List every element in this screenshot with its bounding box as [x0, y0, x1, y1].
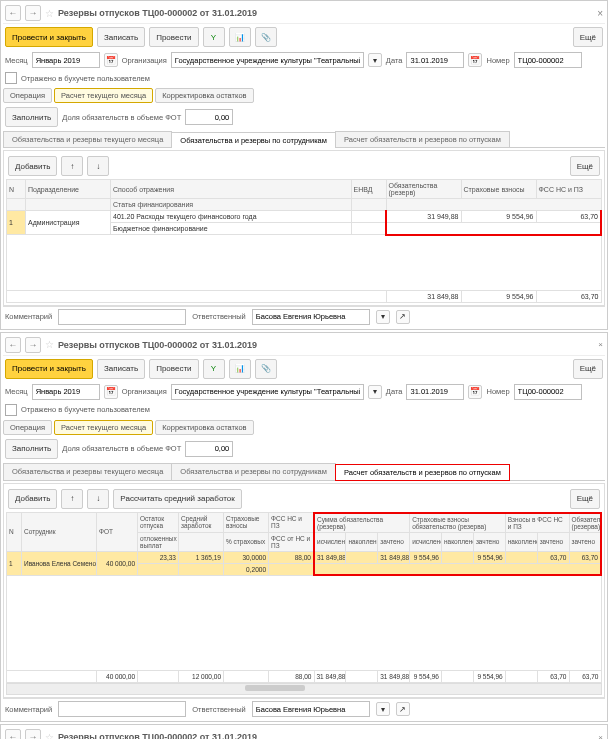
month-label: Месяц [5, 56, 28, 65]
corr-tab[interactable]: Корректировка остатков [155, 88, 253, 103]
tab2-month[interactable]: Обязательства и резервы текущего месяца [3, 463, 172, 480]
corr2-tab[interactable]: Корректировка остатков [155, 420, 253, 435]
org-label: Организация [122, 56, 167, 65]
date-field[interactable] [406, 52, 464, 68]
num-label: Номер [486, 56, 509, 65]
tab2-calc[interactable]: Расчет обязательств и резервов по отпуск… [335, 464, 510, 481]
fill-button[interactable]: Заполнить [5, 107, 58, 127]
reflected-label: Отражено в бухучете пользователем [21, 74, 150, 83]
cal2-icon[interactable]: 📅 [468, 53, 482, 67]
date2-field[interactable] [406, 384, 464, 400]
page-title: Резервы отпусков ТЦ00-000002 от 31.01.20… [58, 8, 257, 18]
open-icon[interactable]: ↗ [396, 310, 410, 324]
close-icon[interactable]: × [597, 8, 603, 19]
calc-tab[interactable]: Расчет текущего месяца [54, 88, 153, 103]
add-button[interactable]: Добавить [8, 156, 57, 176]
date-label: Дата [386, 56, 403, 65]
num-field[interactable] [514, 52, 582, 68]
fill2-button[interactable]: Заполнить [5, 439, 58, 459]
comment2-field[interactable] [58, 701, 186, 717]
back-icon[interactable]: ← [5, 5, 21, 21]
attach-icon[interactable]: 📎 [255, 27, 277, 47]
rep2-icon[interactable]: 📊 [229, 359, 251, 379]
comment-label: Комментарий [5, 312, 52, 321]
avg-button[interactable]: Рассчитать средний заработок [113, 489, 241, 509]
tab-month[interactable]: Обязательства и резервы текущего месяца [3, 131, 172, 147]
star2-icon[interactable]: ☆ [45, 339, 54, 350]
calc2-tab[interactable]: Расчет текущего месяца [54, 420, 153, 435]
star-icon[interactable]: ☆ [45, 8, 54, 19]
more3-button[interactable]: Ещё [573, 359, 603, 379]
p2-button[interactable]: Провести [149, 359, 198, 379]
title2: Резервы отпусков ТЦ00-000002 от 31.01.20… [58, 340, 257, 350]
month2-field[interactable] [32, 384, 100, 400]
add2-button[interactable]: Добавить [8, 489, 57, 509]
up-icon[interactable]: ↑ [61, 156, 83, 176]
up2-icon[interactable]: ↑ [61, 489, 83, 509]
fwd-icon[interactable]: → [25, 5, 41, 21]
num2-field[interactable] [514, 384, 582, 400]
share2-field[interactable] [185, 441, 233, 457]
back3-icon[interactable]: ← [5, 729, 21, 739]
fwd3-icon[interactable]: → [25, 729, 41, 739]
month-field[interactable] [32, 52, 100, 68]
post-button[interactable]: Провести [149, 27, 198, 47]
share-label: Доля обязательств в объеме ФОТ [62, 113, 181, 122]
tab2-emp[interactable]: Обязательства и резервы по сотрудникам [171, 463, 336, 480]
dd2-icon[interactable]: ▾ [376, 310, 390, 324]
table-row[interactable]: 1 Иванова Елена Семеновна 40 000,00 23,3… [7, 551, 602, 563]
dn2-icon[interactable]: ↓ [87, 489, 109, 509]
close2-icon[interactable]: × [598, 340, 603, 349]
dd-icon[interactable]: ▾ [368, 53, 382, 67]
down-icon[interactable]: ↓ [87, 156, 109, 176]
table-1: N Подразделение Способ отражения ЕНВД Об… [6, 179, 602, 303]
tab-emp[interactable]: Обязательства и резервы по сотрудникам [171, 132, 336, 148]
table-2: N Сотрудник ФОТ Остаток отпуска Средний … [6, 512, 602, 684]
org2-field[interactable] [171, 384, 364, 400]
more-button[interactable]: Ещё [573, 27, 603, 47]
star3-icon[interactable]: ☆ [45, 732, 54, 740]
s2-button[interactable]: Записать [97, 359, 145, 379]
report-icon[interactable]: 📊 [229, 27, 251, 47]
table-row[interactable]: 1 Администрация 401.20 Расходы текущего … [7, 211, 602, 223]
reflected-checkbox[interactable] [5, 72, 17, 84]
pc2-button[interactable]: Провести и закрыть [5, 359, 93, 379]
pay2-icon[interactable]: Y [203, 359, 225, 379]
op-tab: Операция [3, 88, 52, 103]
tab-calc[interactable]: Расчет обязательств и резервов по отпуск… [335, 131, 510, 147]
hscroll[interactable] [6, 683, 602, 695]
refl2-cb[interactable] [5, 404, 17, 416]
share-field[interactable] [185, 109, 233, 125]
pay-icon[interactable]: Y [203, 27, 225, 47]
more2-button[interactable]: Ещё [570, 156, 600, 176]
org-field[interactable] [171, 52, 364, 68]
comment-field[interactable] [58, 309, 186, 325]
close3-icon[interactable]: × [598, 733, 603, 740]
post-close-button[interactable]: Провести и закрыть [5, 27, 93, 47]
resp-label: Ответственный [192, 312, 246, 321]
cal-icon[interactable]: 📅 [104, 53, 118, 67]
resp2-field[interactable] [252, 701, 370, 717]
resp-field[interactable] [252, 309, 370, 325]
more4-button[interactable]: Ещё [570, 489, 600, 509]
back2-icon[interactable]: ← [5, 337, 21, 353]
title3: Резервы отпусков ТЦ00-000002 от 31.01.20… [58, 732, 257, 739]
fwd2-icon[interactable]: → [25, 337, 41, 353]
att2-icon[interactable]: 📎 [255, 359, 277, 379]
save-button[interactable]: Записать [97, 27, 145, 47]
